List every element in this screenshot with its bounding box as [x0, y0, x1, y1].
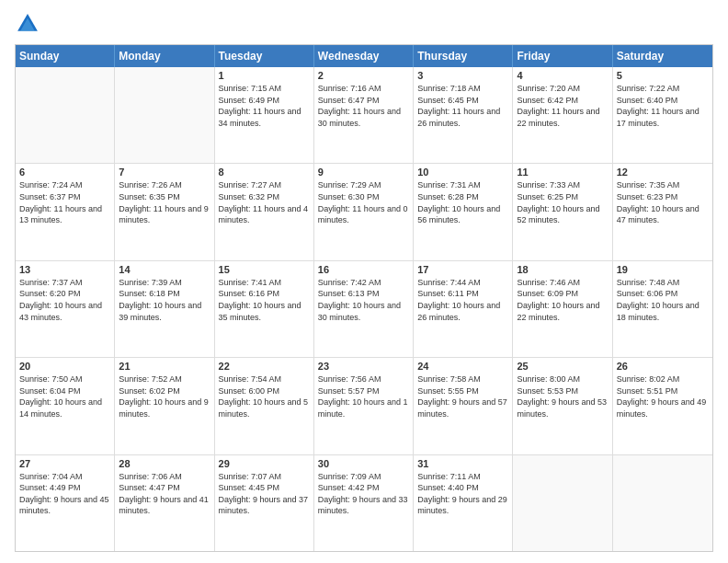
day-number: 26	[617, 361, 709, 372]
day-number: 18	[517, 264, 608, 275]
calendar-cell: 2Sunrise: 7:16 AMSunset: 6:47 PMDaylight…	[314, 67, 414, 163]
calendar-cell: 19Sunrise: 7:48 AMSunset: 6:06 PMDayligh…	[613, 261, 712, 357]
day-info: Sunrise: 7:42 AMSunset: 6:13 PMDaylight:…	[318, 277, 409, 323]
calendar-cell: 16Sunrise: 7:42 AMSunset: 6:13 PMDayligh…	[314, 261, 414, 357]
logo-icon	[15, 11, 40, 37]
calendar-row-1: 1Sunrise: 7:15 AMSunset: 6:49 PMDaylight…	[16, 67, 712, 164]
day-number: 13	[19, 264, 110, 275]
day-info: Sunrise: 7:52 AMSunset: 6:02 PMDaylight:…	[119, 373, 210, 419]
calendar-cell: 21Sunrise: 7:52 AMSunset: 6:02 PMDayligh…	[115, 358, 214, 454]
calendar-cell: 17Sunrise: 7:44 AMSunset: 6:11 PMDayligh…	[414, 261, 513, 357]
day-of-week-tuesday: Tuesday	[215, 45, 314, 67]
day-number: 6	[19, 167, 110, 178]
day-number: 3	[417, 70, 508, 81]
day-info: Sunrise: 7:27 AMSunset: 6:32 PMDaylight:…	[219, 179, 310, 225]
calendar-cell: 15Sunrise: 7:41 AMSunset: 6:16 PMDayligh…	[215, 261, 314, 357]
calendar-header: SundayMondayTuesdayWednesdayThursdayFrid…	[16, 45, 712, 67]
day-number: 12	[617, 167, 709, 178]
day-info: Sunrise: 7:29 AMSunset: 6:30 PMDaylight:…	[318, 179, 409, 225]
calendar-cell	[613, 455, 712, 551]
calendar-cell	[513, 455, 612, 551]
calendar-cell: 30Sunrise: 7:09 AMSunset: 4:42 PMDayligh…	[314, 455, 414, 551]
day-number: 19	[617, 264, 709, 275]
page: SundayMondayTuesdayWednesdayThursdayFrid…	[0, 0, 728, 563]
day-number: 7	[119, 167, 210, 178]
day-number: 9	[318, 167, 409, 178]
day-info: Sunrise: 8:00 AMSunset: 5:53 PMDaylight:…	[517, 373, 608, 419]
calendar-cell: 10Sunrise: 7:31 AMSunset: 6:28 PMDayligh…	[414, 164, 513, 259]
calendar-cell: 23Sunrise: 7:56 AMSunset: 5:57 PMDayligh…	[314, 358, 414, 454]
calendar-cell	[16, 67, 115, 163]
day-number: 5	[617, 70, 709, 81]
calendar-cell: 12Sunrise: 7:35 AMSunset: 6:23 PMDayligh…	[613, 164, 712, 259]
calendar-cell: 22Sunrise: 7:54 AMSunset: 6:00 PMDayligh…	[215, 358, 314, 454]
calendar-cell: 31Sunrise: 7:11 AMSunset: 4:40 PMDayligh…	[414, 455, 513, 551]
calendar-row-2: 6Sunrise: 7:24 AMSunset: 6:37 PMDaylight…	[16, 164, 712, 260]
day-info: Sunrise: 7:48 AMSunset: 6:06 PMDaylight:…	[617, 277, 709, 323]
day-info: Sunrise: 7:35 AMSunset: 6:23 PMDaylight:…	[617, 179, 709, 225]
calendar-cell: 6Sunrise: 7:24 AMSunset: 6:37 PMDaylight…	[16, 164, 115, 259]
day-info: Sunrise: 7:26 AMSunset: 6:35 PMDaylight:…	[119, 179, 210, 225]
day-info: Sunrise: 7:39 AMSunset: 6:18 PMDaylight:…	[119, 277, 210, 323]
calendar-cell: 26Sunrise: 8:02 AMSunset: 5:51 PMDayligh…	[613, 358, 712, 454]
day-number: 10	[417, 167, 508, 178]
day-of-week-saturday: Saturday	[613, 45, 712, 67]
calendar-body: 1Sunrise: 7:15 AMSunset: 6:49 PMDaylight…	[16, 67, 712, 551]
calendar-cell: 24Sunrise: 7:58 AMSunset: 5:55 PMDayligh…	[414, 358, 513, 454]
calendar-cell: 9Sunrise: 7:29 AMSunset: 6:30 PMDaylight…	[314, 164, 414, 259]
calendar-cell: 11Sunrise: 7:33 AMSunset: 6:25 PMDayligh…	[513, 164, 612, 259]
calendar-cell: 5Sunrise: 7:22 AMSunset: 6:40 PMDaylight…	[613, 67, 712, 163]
calendar-cell: 20Sunrise: 7:50 AMSunset: 6:04 PMDayligh…	[16, 358, 115, 454]
day-number: 27	[19, 458, 110, 469]
calendar-row-5: 27Sunrise: 7:04 AMSunset: 4:49 PMDayligh…	[16, 455, 712, 551]
day-number: 1	[219, 70, 310, 81]
day-of-week-sunday: Sunday	[16, 45, 115, 67]
day-number: 4	[517, 70, 608, 81]
header	[15, 11, 713, 37]
day-info: Sunrise: 7:22 AMSunset: 6:40 PMDaylight:…	[617, 83, 709, 129]
day-number: 29	[219, 458, 310, 469]
calendar-cell: 3Sunrise: 7:18 AMSunset: 6:45 PMDaylight…	[414, 67, 513, 163]
day-info: Sunrise: 7:46 AMSunset: 6:09 PMDaylight:…	[517, 277, 608, 323]
day-number: 2	[318, 70, 409, 81]
day-number: 11	[517, 167, 608, 178]
calendar: SundayMondayTuesdayWednesdayThursdayFrid…	[15, 44, 713, 552]
day-info: Sunrise: 7:54 AMSunset: 6:00 PMDaylight:…	[219, 373, 310, 419]
day-info: Sunrise: 7:33 AMSunset: 6:25 PMDaylight:…	[517, 179, 608, 225]
calendar-cell: 27Sunrise: 7:04 AMSunset: 4:49 PMDayligh…	[16, 455, 115, 551]
day-number: 25	[517, 361, 608, 372]
day-number: 24	[417, 361, 508, 372]
day-info: Sunrise: 7:58 AMSunset: 5:55 PMDaylight:…	[417, 373, 508, 419]
day-number: 20	[19, 361, 110, 372]
calendar-cell: 8Sunrise: 7:27 AMSunset: 6:32 PMDaylight…	[215, 164, 314, 259]
day-of-week-monday: Monday	[115, 45, 214, 67]
calendar-cell	[115, 67, 214, 163]
day-number: 31	[417, 458, 508, 469]
day-number: 22	[219, 361, 310, 372]
day-info: Sunrise: 7:06 AMSunset: 4:47 PMDaylight:…	[119, 471, 210, 517]
day-info: Sunrise: 7:09 AMSunset: 4:42 PMDaylight:…	[318, 471, 409, 517]
day-number: 16	[318, 264, 409, 275]
day-number: 21	[119, 361, 210, 372]
day-info: Sunrise: 7:50 AMSunset: 6:04 PMDaylight:…	[19, 373, 110, 419]
day-of-week-friday: Friday	[513, 45, 612, 67]
day-info: Sunrise: 7:56 AMSunset: 5:57 PMDaylight:…	[318, 373, 409, 419]
calendar-cell: 29Sunrise: 7:07 AMSunset: 4:45 PMDayligh…	[215, 455, 314, 551]
day-info: Sunrise: 8:02 AMSunset: 5:51 PMDaylight:…	[617, 373, 709, 419]
day-info: Sunrise: 7:15 AMSunset: 6:49 PMDaylight:…	[219, 83, 310, 129]
day-number: 15	[219, 264, 310, 275]
day-info: Sunrise: 7:18 AMSunset: 6:45 PMDaylight:…	[417, 83, 508, 129]
day-number: 17	[417, 264, 508, 275]
day-info: Sunrise: 7:11 AMSunset: 4:40 PMDaylight:…	[417, 471, 508, 517]
day-info: Sunrise: 7:44 AMSunset: 6:11 PMDaylight:…	[417, 277, 508, 323]
calendar-cell: 13Sunrise: 7:37 AMSunset: 6:20 PMDayligh…	[16, 261, 115, 357]
calendar-cell: 25Sunrise: 8:00 AMSunset: 5:53 PMDayligh…	[513, 358, 612, 454]
logo	[15, 11, 42, 37]
calendar-cell: 28Sunrise: 7:06 AMSunset: 4:47 PMDayligh…	[115, 455, 214, 551]
day-number: 30	[318, 458, 409, 469]
day-number: 23	[318, 361, 409, 372]
day-info: Sunrise: 7:04 AMSunset: 4:49 PMDaylight:…	[19, 471, 110, 517]
day-number: 14	[119, 264, 210, 275]
calendar-cell: 4Sunrise: 7:20 AMSunset: 6:42 PMDaylight…	[513, 67, 612, 163]
day-info: Sunrise: 7:41 AMSunset: 6:16 PMDaylight:…	[219, 277, 310, 323]
